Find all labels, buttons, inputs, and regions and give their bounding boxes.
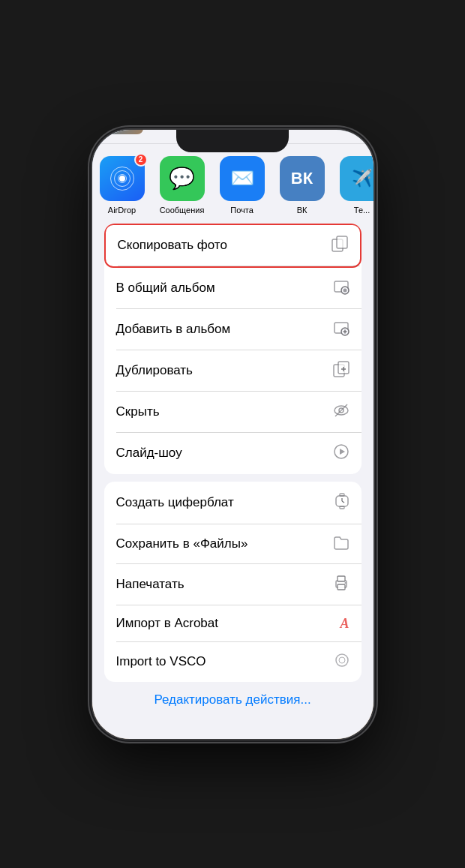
app-messages[interactable]: 💬 Сообщения xyxy=(152,156,212,215)
airdrop-label: AirDrop xyxy=(108,206,136,215)
watch-face-label: Создать циферблат xyxy=(116,495,234,510)
copy-photo-icon xyxy=(332,236,348,256)
acrobat-icon: A xyxy=(340,616,349,632)
svg-line-22 xyxy=(342,501,344,503)
action-duplicate[interactable]: Дублировать xyxy=(104,350,362,392)
mail-label: Почта xyxy=(230,206,254,215)
watch-face-icon xyxy=(334,492,350,514)
svg-point-4 xyxy=(343,288,346,292)
action-watch-face[interactable]: Создать циферблат xyxy=(104,482,362,524)
action-shared-album[interactable]: В общий альбом xyxy=(104,268,362,309)
vk-text: ВК xyxy=(291,169,313,188)
airdrop-icon-wrap: 2 xyxy=(100,156,145,201)
app-vk[interactable]: ВК ВК xyxy=(272,156,332,215)
header-thumbnail xyxy=(104,130,143,134)
action-acrobat[interactable]: Импорт в Acrobat A xyxy=(104,605,362,642)
phone-frame: 21:20 📶 Выбрано 9 фото xyxy=(92,130,374,739)
telegram-icon-wrap: ✈️ xyxy=(340,156,374,201)
save-files-icon xyxy=(333,535,350,554)
phone-screen: 21:20 📶 Выбрано 9 фото xyxy=(92,130,374,739)
svg-rect-1 xyxy=(337,236,347,248)
hide-label: Скрыть xyxy=(116,404,160,419)
vk-icon: ВК xyxy=(280,156,325,201)
vk-label: ВК xyxy=(297,206,308,215)
action-vsco[interactable]: Import to VSCO xyxy=(104,642,362,682)
slideshow-icon xyxy=(333,443,350,464)
notch xyxy=(176,130,289,152)
app-airdrop[interactable]: 2 AirDrop xyxy=(92,156,152,215)
share-sheet: Выбрано 9 фото С геопозициями Параметры … xyxy=(92,130,374,739)
svg-point-27 xyxy=(336,654,348,666)
svg-rect-24 xyxy=(338,584,345,590)
vk-icon-wrap: ВК xyxy=(280,156,325,201)
messages-label: Сообщения xyxy=(160,206,205,215)
edit-actions: Редактировать действия... xyxy=(92,689,374,713)
edit-actions-link[interactable]: Редактировать действия... xyxy=(154,692,310,707)
telegram-icon: ✈️ xyxy=(340,156,374,201)
save-files-label: Сохранить в «Файлы» xyxy=(116,536,248,551)
action-save-files[interactable]: Сохранить в «Файлы» xyxy=(104,524,362,564)
copy-photo-label: Скопировать фото xyxy=(118,238,227,253)
action-print[interactable]: Напечатать xyxy=(104,564,362,605)
svg-rect-19 xyxy=(340,494,344,496)
airdrop-badge: 2 xyxy=(134,153,148,167)
add-album-label: Добавить в альбом xyxy=(116,322,231,337)
duplicate-icon xyxy=(333,361,350,381)
apps-row: 2 AirDrop 💬 Сообщения ✉️ Почта xyxy=(92,144,374,224)
shared-album-icon xyxy=(333,278,350,299)
action-copy-photo[interactable]: Скопировать фото xyxy=(104,224,362,268)
acrobat-label: Импорт в Acrobat xyxy=(116,616,219,631)
svg-rect-20 xyxy=(340,506,344,509)
action-add-album[interactable]: Добавить в альбом xyxy=(104,309,362,350)
svg-point-26 xyxy=(344,582,346,584)
app-mail[interactable]: ✉️ Почта xyxy=(212,156,272,215)
print-label: Напечатать xyxy=(116,577,184,592)
add-album-icon xyxy=(333,320,350,340)
slideshow-label: Слайд-шоу xyxy=(116,446,182,461)
mail-icon-wrap: ✉️ xyxy=(220,156,265,201)
svg-rect-25 xyxy=(338,576,345,581)
mail-icon: ✉️ xyxy=(220,156,265,201)
messages-icon: 💬 xyxy=(160,156,205,201)
vsco-label: Import to VSCO xyxy=(116,654,206,669)
svg-marker-17 xyxy=(340,449,345,455)
vsco-icon xyxy=(334,653,350,671)
hide-icon xyxy=(333,402,350,422)
duplicate-label: Дублировать xyxy=(116,363,193,378)
print-icon xyxy=(333,575,350,595)
actions-group-2: Создать циферблат Сохранить в «Файлы» xyxy=(104,482,362,682)
action-slideshow[interactable]: Слайд-шоу xyxy=(104,433,362,474)
action-hide[interactable]: Скрыть xyxy=(104,392,362,433)
shared-album-label: В общий альбом xyxy=(116,281,215,296)
telegram-label: Те... xyxy=(354,206,370,215)
actions-group-1: Скопировать фото В общий альбом xyxy=(104,224,362,474)
messages-icon-wrap: 💬 xyxy=(160,156,205,201)
svg-point-28 xyxy=(339,657,345,663)
app-telegram[interactable]: ✈️ Те... xyxy=(332,156,374,215)
